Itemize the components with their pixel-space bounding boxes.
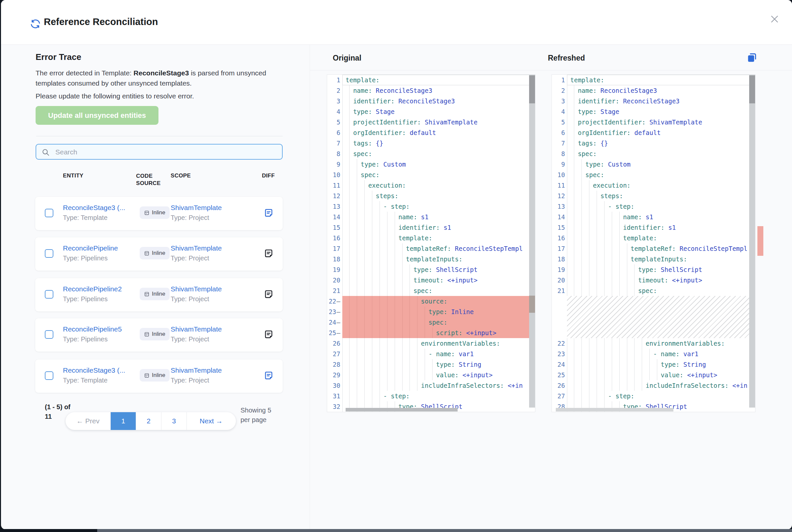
row-checkbox[interactable]: [45, 249, 53, 258]
code-line: 11 execution:: [552, 180, 755, 191]
entity-link[interactable]: ReconcileStage3 (...: [63, 366, 125, 374]
code-line: 1template:: [327, 75, 535, 85]
entity-link[interactable]: ReconcilePipeline2: [63, 285, 122, 293]
horizontal-scrollbar-thumb[interactable]: [556, 408, 674, 412]
code-line: 7 tags: {}: [552, 138, 755, 149]
code-source-badge: Inline: [140, 369, 170, 382]
reference-reconciliation-dialog: Reference Reconciliation Error Trace The…: [1, 0, 792, 529]
code-line: 22 environmentVariables:: [552, 338, 755, 349]
code-line: 17 templateRef: ReconcileStepTempl: [327, 243, 535, 254]
code-line: 10 spec:: [327, 170, 535, 180]
code-line: 27 - step:: [552, 391, 755, 401]
code-line: 13 - step:: [327, 201, 535, 212]
vertical-scrollbar-thumb[interactable]: [749, 75, 755, 103]
diff-file-icon[interactable]: [263, 248, 274, 259]
removed-lines-placeholder: [552, 296, 755, 338]
code-line: 9 type: Custom: [327, 159, 535, 170]
scope-link[interactable]: ShivamTemplate: [171, 244, 222, 252]
scope-type-label: Type: Project: [171, 295, 209, 303]
page-button-3[interactable]: 3: [162, 412, 187, 430]
page-scrollbar-track: [0, 529, 792, 532]
code-line: 13 - step:: [552, 201, 755, 212]
code-line: 11 execution:: [327, 180, 535, 191]
code-line: 16 template:: [327, 233, 535, 243]
code-line-removed: 25– script: <+input>: [327, 327, 535, 338]
code-line: 15 identifier: s1: [552, 222, 755, 233]
code-line: 19 type: ShellScript: [552, 264, 755, 275]
scope-type-label: Type: Project: [171, 214, 209, 222]
prev-page-button[interactable]: ← Prev: [66, 412, 111, 430]
column-header-entity: ENTITY: [63, 172, 84, 179]
update-all-unsynced-entities-button[interactable]: Update all unsynced entities: [36, 106, 159, 125]
entity-type-label: Type: Template: [63, 377, 107, 384]
next-page-button[interactable]: Next →: [187, 412, 236, 430]
code-line: 25 value: <+input>: [552, 370, 755, 380]
inline-store-icon: [144, 210, 150, 216]
inline-store-icon: [144, 250, 150, 256]
row-checkbox[interactable]: [45, 209, 53, 217]
diff-header-divider: [310, 70, 792, 71]
code-line: 12 steps:: [552, 191, 755, 201]
close-icon[interactable]: [769, 13, 780, 25]
code-line: 10 spec:: [552, 170, 755, 180]
page-scrollbar-thumb[interactable]: [97, 529, 792, 532]
per-page-indicator: Showing 5 per page: [240, 405, 277, 425]
search-box: [36, 144, 283, 160]
code-line: 26 includeInfraSelectors: <+in: [552, 380, 755, 391]
code-line: 3 identifier: ReconcileStage3: [552, 96, 755, 106]
vertical-scrollbar-track[interactable]: [529, 75, 535, 407]
scope-link[interactable]: ShivamTemplate: [171, 325, 222, 333]
vertical-scrollbar-thumb[interactable]: [529, 75, 535, 103]
code-line-removed: 24– spec:: [327, 317, 535, 327]
code-line: 31 - step:: [327, 391, 535, 401]
code-line: 21 spec:: [552, 285, 755, 296]
error-template-name: ReconcileStage3: [133, 69, 189, 77]
error-description-prefix: The error detected in Template:: [36, 69, 133, 77]
table-row: ReconcilePipelineType: PipelinesInlineSh…: [35, 238, 283, 271]
code-line: 6 orgIdentifier: default: [552, 128, 755, 138]
refreshed-code-panel[interactable]: 1template:2 name: ReconcileStage33 ident…: [552, 74, 755, 412]
code-line: 9 type: Custom: [552, 159, 755, 170]
code-source-label: Inline: [152, 291, 165, 297]
scrollbar-change-marker: [529, 296, 535, 313]
scope-link[interactable]: ShivamTemplate: [171, 366, 222, 374]
code-source-label: Inline: [152, 372, 165, 379]
entity-link[interactable]: ReconcilePipeline: [63, 244, 118, 252]
error-trace-heading: Error Trace: [36, 52, 81, 62]
vertical-scrollbar-track[interactable]: [749, 75, 755, 407]
code-source-label: Inline: [152, 209, 165, 216]
code-line: 20 timeout: <+input>: [552, 275, 755, 285]
scope-link[interactable]: ShivamTemplate: [171, 204, 222, 212]
copy-icon[interactable]: [746, 52, 757, 63]
panel-divider: [310, 44, 310, 529]
code-line: 7 tags: {}: [327, 138, 535, 149]
diff-file-icon[interactable]: [263, 208, 274, 218]
diff-file-icon[interactable]: [263, 329, 274, 339]
column-header-scope: SCOPE: [171, 172, 191, 179]
table-row: ReconcileStage3 (...Type: TemplateInline…: [35, 197, 283, 230]
code-line: 6 orgIdentifier: default: [327, 128, 535, 138]
search-input[interactable]: [55, 146, 277, 158]
entity-link[interactable]: ReconcileStage3 (...: [63, 204, 125, 212]
diff-file-icon[interactable]: [263, 289, 274, 299]
original-code-panel[interactable]: 1template:2 name: ReconcileStage33 ident…: [327, 74, 535, 412]
row-checkbox[interactable]: [45, 371, 53, 380]
page-button-1[interactable]: 1: [111, 412, 136, 430]
diff-file-icon[interactable]: [263, 370, 274, 381]
error-instruction: Please update the following entities to …: [36, 91, 266, 101]
column-header-diff: DIFF: [262, 172, 275, 179]
code-line: 8 spec:: [327, 149, 535, 159]
scope-link[interactable]: ShivamTemplate: [171, 285, 222, 293]
code-line: 14 name: s1: [552, 212, 755, 222]
entity-link[interactable]: ReconcilePipeline5: [63, 325, 122, 333]
row-checkbox[interactable]: [45, 330, 53, 339]
code-line: 29 value: <+input>: [327, 370, 535, 380]
inline-store-icon: [144, 331, 150, 337]
horizontal-scrollbar-thumb[interactable]: [346, 408, 458, 412]
code-line: 18 templateInputs:: [327, 254, 535, 264]
page-button-2[interactable]: 2: [136, 412, 162, 430]
row-checkbox[interactable]: [45, 290, 53, 299]
code-line: 3 identifier: ReconcileStage3: [327, 96, 535, 106]
code-line: 30 includeInfraSelectors: <+in: [327, 380, 535, 391]
code-line: 2 name: ReconcileStage3: [327, 85, 535, 96]
